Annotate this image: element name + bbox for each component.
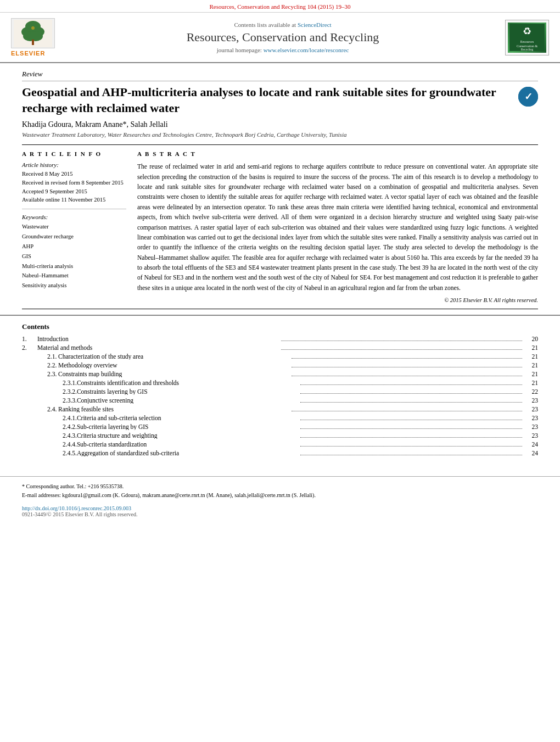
toc-num-2: 2. [22, 344, 37, 351]
toc-subnum-2-3: 2.3. [37, 371, 58, 377]
received-revised-date: Received in revised form 8 September 201… [22, 178, 126, 187]
abstract-text: The reuse of reclaimed water in arid and… [137, 161, 538, 293]
toc-page-2-4-5: 24 [524, 450, 538, 456]
toc-page-2-3: 21 [524, 371, 538, 377]
toc-item-2-4-1: 2.4.1. Criteria and sub-criteria selecti… [22, 415, 538, 422]
toc-label-2-4-4: Sub-criteria standardization [77, 441, 299, 448]
toc-page-2-1: 21 [524, 353, 538, 360]
toc-item-2-2: 2.2. Methodology overview 21 [22, 362, 538, 369]
toc-dots-2-4-3 [300, 437, 522, 438]
toc-dots-2 [281, 349, 523, 350]
doi-anchor[interactable]: http://dx.doi.org/10.1016/j.resconrec.20… [22, 505, 131, 511]
affiliation-line: Wastewater Treatment Laboratory, Water R… [22, 131, 538, 138]
toc-page-2-4-3: 23 [524, 432, 538, 439]
doi-link[interactable]: http://dx.doi.org/10.1016/j.resconrec.20… [22, 505, 538, 511]
toc-subnum-2-4-1: 2.4.1. [53, 415, 77, 421]
abstract-panel: A B S T R A C T The reuse of reclaimed w… [137, 150, 538, 303]
toc-item-2-3-1: 2.3.1. Constraints identification and th… [22, 380, 538, 387]
toc-page-2-4: 23 [524, 406, 538, 412]
email-addresses-line: E-mail addresses: kgdoura1@gmail.com (K.… [22, 491, 538, 500]
toc-subnum-2-4-3: 2.4.3. [53, 432, 77, 439]
keyword-6: Nabeul–Hammamet [22, 271, 126, 281]
toc-subnum-2-4: 2.4. [37, 406, 58, 412]
toc-page-1: 20 [524, 336, 538, 342]
contents-section: Contents 1. Introduction 20 2. Material … [0, 315, 560, 465]
article-info-abstract-section: A R T I C L E I N F O Article history: R… [22, 144, 538, 309]
toc-label-1: Introduction [37, 336, 279, 342]
elsevier-logo: ELSEVIER [11, 18, 60, 57]
toc-page-2-3-3: 23 [524, 397, 538, 404]
svg-text:♻: ♻ [523, 26, 531, 37]
toc-dots-2-3 [292, 376, 523, 376]
corresponding-tel: * Corresponding author. Tel.: +216 95535… [22, 482, 538, 491]
toc-subnum-2-3-2: 2.3.2. [53, 388, 77, 395]
toc-item-2-3: 2.3. Constraints map building 21 [22, 371, 538, 378]
toc-item-2-1: 2.1. Characterization of the study area … [22, 353, 538, 360]
article-info-heading: A R T I C L E I N F O [22, 150, 126, 157]
toc-page-2-4-2: 23 [524, 423, 538, 430]
toc-dots-2-4 [292, 411, 523, 411]
contents-available-line: Contents lists available at ScienceDirec… [71, 21, 494, 28]
toc-label-2-2: Methodology overview [58, 362, 289, 369]
article-title: Geospatial and AHP-multicriteria analyse… [22, 85, 513, 116]
article-history-label: Article history: [22, 161, 126, 168]
toc-label-2-4-3: Criteria structure and weighting [77, 432, 299, 439]
toc-label-2-3: Constraints map building [58, 371, 289, 377]
journal-citation-link[interactable]: Resources, Conservation and Recycling 10… [210, 3, 351, 10]
sciencedirect-link[interactable]: ScienceDirect [298, 21, 332, 28]
article-type-label: Review [22, 70, 538, 81]
toc-subnum-2-4-2: 2.4.2. [53, 423, 77, 430]
toc-dots-1 [281, 341, 523, 341]
journal-homepage-link[interactable]: www.elsevier.com/locate/resconrec [264, 47, 349, 53]
toc-subnum-2-2: 2.2. [37, 362, 58, 369]
toc-item-2-4-4: 2.4.4. Sub-criteria standardization 24 [22, 441, 538, 448]
keyword-7: Sensitivity analysis [22, 281, 126, 291]
keywords-list: Wastewater Groundwater recharge AHP GIS … [22, 222, 126, 291]
toc-subnum-2-1: 2.1. [37, 353, 58, 360]
toc-label-2-3-1: Constraints identification and threshold… [77, 380, 299, 386]
toc-label-2: Material and methods [37, 344, 279, 351]
toc-dots-2-3-3 [300, 402, 522, 403]
toc-subnum-2-4-5: 2.4.5. [53, 450, 77, 456]
elsevier-logo-image [11, 18, 55, 48]
available-online-date: Available online 11 November 2015 [22, 196, 126, 204]
toc-item-1: 1. Introduction 20 [22, 336, 538, 343]
keyword-5: Multi-criteria analysis [22, 261, 126, 271]
toc-dots-2-4-1 [300, 420, 522, 420]
toc-dots-2-1 [292, 358, 523, 359]
toc-page-2-3-1: 21 [524, 380, 538, 386]
toc-label-2-1: Characterization of the study area [58, 353, 289, 360]
bottom-bar: http://dx.doi.org/10.1016/j.resconrec.20… [0, 503, 560, 520]
toc-item-2-3-3: 2.3.3. Conjunctive screening 23 [22, 397, 538, 404]
svg-rect-6 [32, 40, 34, 45]
toc-page-2-3-2: 22 [524, 388, 538, 395]
email-label: E-mail addresses: [22, 492, 61, 498]
toc-subnum-2-3-1: 2.3.1. [53, 380, 77, 386]
toc-item-2-4-2: 2.4.2. Sub-criteria layering by GIS 23 [22, 423, 538, 431]
article-title-row: Geospatial and AHP-multicriteria analyse… [22, 85, 538, 116]
footer-section: * Corresponding author. Tel.: +216 95535… [0, 476, 560, 503]
toc-page-2-4-1: 23 [524, 415, 538, 421]
keywords-label: Keywords: [22, 214, 126, 220]
svg-point-7 [31, 26, 35, 30]
toc-label-2-4-5: Aggregation of standardized sub-criteria [77, 450, 299, 456]
article-info-panel: A R T I C L E I N F O Article history: R… [22, 150, 126, 303]
contents-heading: Contents [22, 322, 538, 331]
toc-num-1: 1. [22, 336, 37, 342]
resources-logo-box: ♻ Resources Conservation & Recycling [505, 20, 549, 55]
corresponding-author-note: * Corresponding author. Tel.: +216 95535… [22, 482, 538, 500]
toc-dots-2-4-2 [300, 428, 522, 429]
crossmark-icon: ✓ [518, 87, 538, 107]
abstract-heading: A B S T R A C T [137, 150, 538, 157]
resources-logo-image: ♻ Resources Conservation & Recycling [508, 23, 546, 53]
toc-label-2-4-2: Sub-criteria layering by GIS [77, 423, 299, 430]
toc-item-2-4-3: 2.4.3. Criteria structure and weighting … [22, 432, 538, 439]
table-of-contents: 1. Introduction 20 2. Material and metho… [22, 336, 538, 457]
toc-item-2-4: 2.4. Ranking feasible sites 23 [22, 406, 538, 413]
toc-dots-2-2 [292, 367, 523, 367]
issn-line: 0921-3449/© 2015 Elsevier B.V. All right… [22, 511, 538, 517]
toc-page-2-2: 21 [524, 362, 538, 369]
toc-item-2: 2. Material and methods 21 [22, 344, 538, 352]
crossmark-badge: ✓ [518, 87, 538, 107]
toc-dots-2-4-4 [300, 446, 522, 447]
